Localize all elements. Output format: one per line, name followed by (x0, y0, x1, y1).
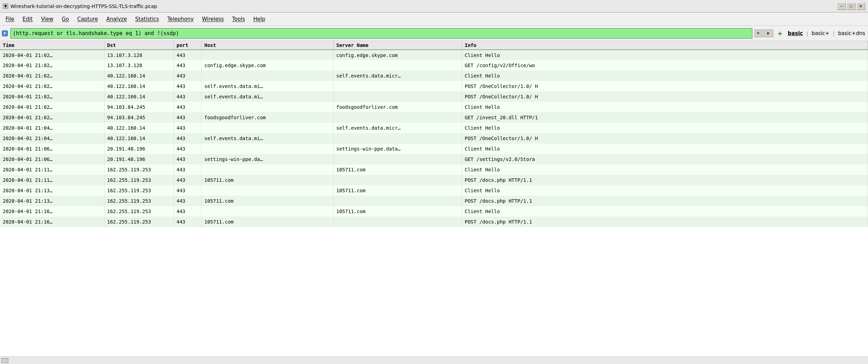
menu-item-wireless[interactable]: Wireless (198, 15, 228, 24)
table-row[interactable]: 2020-04-01 21:13…162.255.119.25344310571… (0, 196, 868, 206)
cell-servername (333, 175, 462, 185)
col-header-servername[interactable]: Server Name (333, 41, 462, 50)
table-row[interactable]: 2020-04-01 21:04…40.122.160.14443self.ev… (0, 133, 868, 144)
cell-port: 443 (174, 196, 201, 206)
cell-info: POST /OneCollector/1.0/ H (462, 91, 868, 102)
filter-add-button[interactable]: ＋ (775, 29, 784, 38)
menu-item-analyze[interactable]: Analyze (102, 15, 131, 24)
menu-item-go[interactable]: Go (58, 15, 73, 24)
cell-servername: self.events.data.micr… (333, 71, 462, 81)
table-row[interactable]: 2020-04-01 21:13…162.255.119.25344310571… (0, 185, 868, 196)
col-header-time[interactable]: Time (0, 41, 104, 50)
cell-info: POST /docs.php HTTP/1.1 (462, 175, 868, 185)
filter-preset-basicplusdns[interactable]: basic+dns (837, 30, 867, 37)
cell-time: 2020-04-01 21:06… (0, 144, 104, 154)
table-row[interactable]: 2020-04-01 21:02…94.103.84.245443foodsgo… (0, 112, 868, 123)
cell-time: 2020-04-01 21:04… (0, 123, 104, 133)
cell-time: 2020-04-01 21:02… (0, 81, 104, 91)
cell-servername (333, 154, 462, 164)
cell-dst: 20.191.48.196 (104, 154, 174, 164)
menu-item-statistics[interactable]: Statistics (131, 15, 163, 24)
cell-time: 2020-04-01 21:06… (0, 154, 104, 164)
minimize-button[interactable]: − (837, 2, 846, 10)
cell-time: 2020-04-01 21:04… (0, 133, 104, 144)
col-header-dst[interactable]: Dst (104, 41, 174, 50)
menu-item-tools[interactable]: Tools (228, 15, 249, 24)
cell-port: 443 (174, 164, 201, 175)
window-title: Wireshark-tutorial-on-decrypting-HTTPS-S… (10, 3, 157, 9)
packet-table-body: 2020-04-01 21:02…13.107.3.128443config.e… (0, 50, 868, 227)
filter-input-wrap[interactable] (10, 28, 752, 39)
filter-dropdown-button[interactable]: ▼ (763, 30, 773, 37)
cell-host (201, 144, 333, 154)
title-bar: ▼ Wireshark-tutorial-on-decrypting-HTTPS… (0, 0, 868, 13)
cell-port: 443 (174, 91, 201, 102)
cell-host: settings-win-ppe.da… (201, 154, 333, 164)
menu-item-capture[interactable]: Capture (73, 15, 102, 24)
col-header-info[interactable]: Info (462, 41, 868, 50)
menu-item-help[interactable]: Help (249, 15, 269, 24)
cell-dst: 13.107.3.128 (104, 60, 174, 71)
filter-preset-basic[interactable]: basic (786, 30, 804, 37)
cell-time: 2020-04-01 21:13… (0, 196, 104, 206)
app-icon: ▼ (3, 3, 8, 9)
packet-table: Time Dst port Host Server Name Info 2020… (0, 41, 868, 227)
cell-info: Client Hello (462, 50, 868, 60)
cell-port: 443 (174, 60, 201, 71)
cell-dst: 40.122.160.14 (104, 81, 174, 91)
cell-servername (333, 60, 462, 71)
table-row[interactable]: 2020-04-01 21:04…40.122.160.14443self.ev… (0, 123, 868, 133)
cell-time: 2020-04-01 21:02… (0, 102, 104, 112)
table-row[interactable]: 2020-04-01 21:02…13.107.3.128443config.e… (0, 50, 868, 60)
packet-table-wrap[interactable]: Time Dst port Host Server Name Info 2020… (0, 41, 868, 356)
cell-dst: 40.122.160.14 (104, 133, 174, 144)
col-header-host[interactable]: Host (201, 41, 333, 50)
menu-item-view[interactable]: View (37, 15, 58, 24)
scroll-indicator (1, 358, 8, 363)
table-row[interactable]: 2020-04-01 21:16…162.255.119.25344310571… (0, 217, 868, 227)
cell-dst: 162.255.119.253 (104, 206, 174, 217)
cell-port: 443 (174, 71, 201, 81)
close-button[interactable]: ✕ (856, 2, 865, 10)
table-header-row: Time Dst port Host Server Name Info (0, 41, 868, 50)
filter-clear-button[interactable]: ✕ (754, 30, 762, 37)
cell-port: 443 (174, 175, 201, 185)
cell-host (201, 185, 333, 196)
cell-port: 443 (174, 112, 201, 123)
table-row[interactable]: 2020-04-01 21:02…40.122.160.14443self.ev… (0, 81, 868, 91)
table-row[interactable]: 2020-04-01 21:06…20.191.48.196443setting… (0, 154, 868, 164)
menu-item-edit[interactable]: Edit (18, 15, 37, 24)
cell-info: POST /OneCollector/1.0/ H (462, 81, 868, 91)
cell-info: Client Hello (462, 144, 868, 154)
menu-bar: FileEditViewGoCaptureAnalyzeStatisticsTe… (0, 13, 868, 26)
table-row[interactable]: 2020-04-01 21:06…20.191.48.196443setting… (0, 144, 868, 154)
cell-dst: 162.255.119.253 (104, 185, 174, 196)
filter-preset-basicplus[interactable]: basic+ (810, 30, 831, 37)
cell-info: POST /docs.php HTTP/1.1 (462, 217, 868, 227)
table-row[interactable]: 2020-04-01 21:02…13.107.3.128443config.e… (0, 60, 868, 71)
table-row[interactable]: 2020-04-01 21:02…94.103.84.245443foodsgo… (0, 102, 868, 112)
col-header-port[interactable]: port (174, 41, 201, 50)
cell-dst: 162.255.119.253 (104, 196, 174, 206)
cell-time: 2020-04-01 21:02… (0, 91, 104, 102)
cell-time: 2020-04-01 21:16… (0, 217, 104, 227)
menu-item-telephony[interactable]: Telephony (163, 15, 198, 24)
filter-input[interactable] (13, 30, 750, 37)
table-row[interactable]: 2020-04-01 21:02…40.122.160.14443self.ev… (0, 91, 868, 102)
cell-info: Client Hello (462, 164, 868, 175)
svg-text:F: F (3, 31, 6, 36)
cell-dst: 20.191.48.196 (104, 144, 174, 154)
table-row[interactable]: 2020-04-01 21:11…162.255.119.25344310571… (0, 175, 868, 185)
cell-servername: 105711.com (333, 185, 462, 196)
cell-info: GET /config/v2/Office/wo (462, 60, 868, 71)
table-row[interactable]: 2020-04-01 21:02…40.122.160.14443self.ev… (0, 71, 868, 81)
menu-item-file[interactable]: File (1, 15, 18, 24)
maximize-button[interactable]: □ (846, 2, 856, 10)
table-row[interactable]: 2020-04-01 21:11…162.255.119.25344310571… (0, 164, 868, 175)
cell-info: Client Hello (462, 123, 868, 133)
cell-time: 2020-04-01 21:02… (0, 60, 104, 71)
cell-dst: 162.255.119.253 (104, 217, 174, 227)
cell-host: config.edge.skype.com (201, 60, 333, 71)
table-row[interactable]: 2020-04-01 21:16…162.255.119.25344310571… (0, 206, 868, 217)
cell-servername (333, 81, 462, 91)
